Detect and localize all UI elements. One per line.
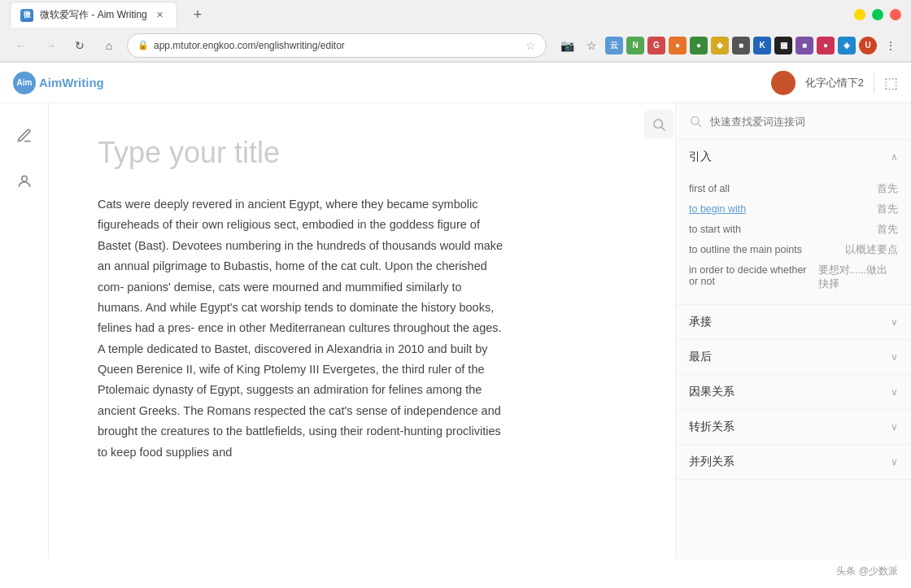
phrase-row: first of all 首先: [689, 179, 898, 199]
address-bar[interactable]: 🔒 app.mtutor.engkoo.com/englishwriting/e…: [127, 33, 547, 58]
tab-title: 微软爱写作 - Aim Writing: [40, 8, 147, 22]
star-icon[interactable]: ☆: [581, 35, 602, 56]
user-name: 化字心情下2: [805, 76, 864, 90]
phrase-en: to outline the main points: [689, 244, 802, 255]
phrase-section-parallel: 并列关系 ∨: [676, 445, 911, 480]
svg-point-1: [654, 120, 663, 128]
lock-icon: 🔒: [137, 40, 149, 50]
phrase-section-transition: 承接 ∨: [676, 305, 911, 340]
forward-button[interactable]: →: [39, 34, 62, 57]
ext-icon-red[interactable]: G: [647, 37, 665, 54]
phrase-search-icon: [689, 115, 702, 128]
ext-icon-green[interactable]: ●: [690, 37, 708, 54]
app-header: Aim AimWriting 化字心情下2 ⬚: [0, 63, 911, 103]
contrast-chevron: ∨: [891, 421, 898, 433]
phrase-zh: 要想对......做出抉择: [818, 264, 899, 291]
editor-search-button[interactable]: [644, 110, 673, 139]
finally-chevron: ∨: [891, 351, 898, 363]
causal-chevron: ∨: [891, 386, 898, 398]
phrase-en-link[interactable]: to begin with: [689, 203, 746, 215]
phrase-section-causal-header[interactable]: 因果关系 ∨: [676, 375, 911, 409]
logo: Aim AimWriting: [13, 72, 104, 94]
phrase-zh: 首先: [877, 182, 898, 196]
logo-text: AimWriting: [39, 76, 104, 89]
ext-icon-orange[interactable]: ●: [669, 37, 687, 54]
contrast-title: 转折关系: [689, 420, 734, 434]
logo-circle: Aim: [13, 72, 36, 94]
svg-point-3: [691, 117, 699, 124]
tab-bar-area: 微 微软爱写作 - Aim Writing ✕ +: [10, 2, 208, 28]
menu-icon[interactable]: ⋮: [880, 35, 901, 56]
url-text: app.mtutor.engkoo.com/englishwriting/edi…: [154, 40, 521, 51]
screenshot-icon[interactable]: 📷: [556, 35, 578, 56]
avatar: [771, 71, 795, 95]
ext-icon-k[interactable]: K: [753, 37, 771, 54]
ext-icon-1[interactable]: 云: [605, 37, 623, 54]
phrase-section-intro: 引入 ∧ first of all 首先 to begin with 首先: [676, 140, 911, 305]
phrase-section-causal: 因果关系 ∨: [676, 375, 911, 410]
bookmark-icon[interactable]: ☆: [525, 39, 536, 52]
back-button[interactable]: ←: [10, 34, 33, 57]
editor-area[interactable]: Type your title Cats were deeply revered…: [49, 103, 675, 560]
user-icon-button[interactable]: [8, 165, 41, 198]
intro-phrases: first of all 首先 to begin with 首先 to star…: [676, 174, 911, 304]
parallel-chevron: ∨: [891, 456, 898, 468]
close-button[interactable]: [890, 9, 901, 20]
ext-icon-blue2[interactable]: ◈: [838, 37, 856, 54]
ext-icon-note[interactable]: N: [626, 37, 644, 54]
ext-icon-pink[interactable]: ●: [817, 37, 835, 54]
phrase-zh: 首先: [877, 203, 898, 216]
transition-title: 承接: [689, 315, 712, 329]
browser-chrome: 微 微软爱写作 - Aim Writing ✕ + ← → ↻ ⌂ 🔒 app.…: [0, 0, 911, 63]
phrase-section-transition-header[interactable]: 承接 ∨: [676, 305, 911, 339]
phrase-section-intro-header[interactable]: 引入 ∧: [676, 140, 911, 174]
phrase-section-contrast-header[interactable]: 转折关系 ∨: [676, 410, 911, 444]
address-bar-row: ← → ↻ ⌂ 🔒 app.mtutor.engkoo.com/englishw…: [0, 29, 911, 62]
phrase-section-finally-header[interactable]: 最后 ∨: [676, 340, 911, 374]
minimize-button[interactable]: [854, 9, 865, 20]
finally-title: 最后: [689, 350, 712, 364]
phrase-row: to begin with 首先: [689, 199, 898, 220]
header-right: 化字心情下2 ⬚: [771, 71, 898, 95]
phrase-section-finally: 最后 ∨: [676, 340, 911, 375]
svg-line-4: [698, 124, 701, 127]
ext-icon-dark[interactable]: ■: [732, 37, 750, 54]
logout-button[interactable]: ⬚: [884, 74, 898, 92]
intro-chevron: ∧: [891, 151, 898, 163]
intro-title: 引入: [689, 150, 712, 164]
phrase-row: in order to decide whether or not 要想对...…: [689, 260, 898, 294]
parallel-title: 并列关系: [689, 455, 734, 469]
watermark: 头条 @少数派: [831, 563, 903, 580]
transition-chevron: ∨: [891, 316, 898, 328]
phrase-en: to start with: [689, 224, 741, 235]
left-sidebar: [0, 103, 49, 560]
phrase-search-bar: [676, 103, 911, 140]
maximize-button[interactable]: [872, 9, 883, 20]
refresh-button[interactable]: ↻: [68, 34, 91, 57]
phrase-zh: 首先: [877, 223, 898, 237]
phrase-section-contrast: 转折关系 ∨: [676, 410, 911, 445]
editor-title-placeholder[interactable]: Type your title: [98, 136, 626, 170]
tab-close-button[interactable]: ✕: [154, 9, 167, 22]
phrase-en: first of all: [689, 183, 730, 194]
causal-title: 因果关系: [689, 385, 734, 399]
window-controls: [854, 9, 901, 20]
browser-tab[interactable]: 微 微软爱写作 - Aim Writing ✕: [10, 2, 177, 28]
new-tab-button[interactable]: +: [187, 7, 209, 24]
edit-icon-button[interactable]: [8, 120, 41, 152]
ext-icon-qr[interactable]: ▦: [774, 37, 792, 54]
editor-content[interactable]: Cats were deeply revered in ancient Egyp…: [98, 194, 504, 463]
svg-line-2: [661, 127, 665, 130]
phrase-section-parallel-header[interactable]: 并列关系 ∨: [676, 445, 911, 479]
logo-writing-text: Writing: [62, 76, 103, 89]
phrase-zh: 以概述要点: [845, 243, 898, 257]
right-panel: 引入 ∧ first of all 首先 to begin with 首先: [675, 103, 911, 560]
ext-icon-purple[interactable]: ■: [795, 37, 813, 54]
phrase-en: in order to decide whether or not: [689, 264, 818, 287]
home-button[interactable]: ⌂: [98, 34, 120, 57]
phrase-search-input[interactable]: [710, 115, 898, 128]
ext-icon-user-avatar[interactable]: U: [859, 37, 877, 54]
ext-icon-gold[interactable]: ◆: [711, 37, 729, 54]
app-layout: Aim AimWriting 化字心情下2 ⬚ T: [0, 63, 911, 560]
content-wrapper: Type your title Cats were deeply revered…: [0, 103, 911, 560]
